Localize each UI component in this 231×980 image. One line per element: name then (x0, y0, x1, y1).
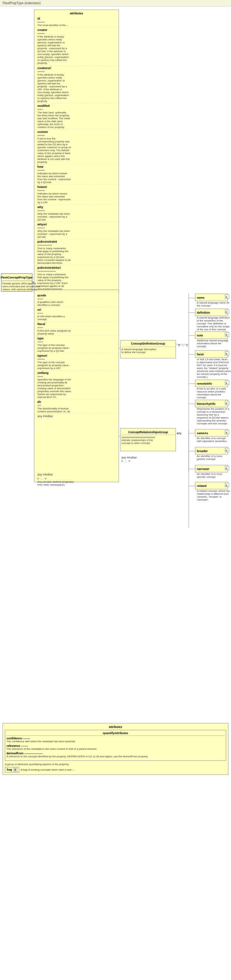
attr-qcode-name: qcode (37, 294, 46, 297)
right-remoteinfo-desc3: information about the (197, 393, 222, 396)
quantify-relevance-name: relevance (6, 744, 20, 748)
right-facet-desc3: NOT be used. If it must be (197, 364, 228, 367)
page-title: FlextPropType (extension) (0, 0, 231, 6)
bottom-attributes-box: attributes quantifyAttributes confidence… (3, 723, 228, 775)
attr-pubconstraint-desc6: descendant elements. (37, 261, 63, 264)
quantify-confidence-dots: •••••••• (23, 737, 30, 740)
attr-pubconstraint-desc3: value of the property - (37, 253, 63, 256)
attr-xmllang-desc3: descendant properties; (37, 384, 64, 387)
attributes-title: attributes (70, 12, 83, 15)
attr-whyuri-name: whyuri (37, 223, 47, 226)
concept-rel-group-desc2: indicate relationships of the (121, 439, 153, 442)
right-related-icon: E (226, 484, 228, 487)
attr-literal-desc1: A free-text value assigned as (37, 329, 71, 332)
bag-icon: E (14, 768, 17, 772)
right-related-desc1: A related concept, where the (197, 490, 230, 492)
right-related-desc2: relationship is different from (197, 492, 229, 495)
attr-modified-desc5: optionally, the time) of (37, 123, 63, 126)
bottom-anyother-desc3: ∞ (44, 477, 46, 480)
attr-creatoruri-desc2: specifies which entity (37, 76, 62, 79)
right-hierarchyinfo-desc2: concept in a hierarchical (197, 410, 225, 413)
attr-dir-desc2: content (enumeration: ltr, rtl) (37, 410, 70, 413)
right-remoteinfo-desc1: A link to an item or a web (197, 387, 226, 390)
right-definition-icon: E (226, 311, 228, 313)
attr-howuri-desc3: from the content - expressed (37, 198, 71, 201)
rel-group-anyother-desc2: ... (124, 460, 127, 463)
right-sameas-desc1: An identifier of a concept (197, 437, 226, 440)
right-facet-desc7: concept.) (197, 375, 207, 379)
attr-typeuri-desc1: The type of the concept (37, 361, 65, 364)
attr-creator-desc6: QCode. If the attribute is (37, 50, 66, 53)
bag-label: bag (7, 768, 12, 771)
attr-qcode-desc: A qualified code which (37, 301, 63, 304)
attr-pubconstrainturi-desc2: that apply to publishing the (37, 276, 69, 279)
attr-creator-desc8: entity (person, organisation (37, 56, 69, 59)
right-hierarchyinfo-desc5: representing the ancestor (197, 419, 226, 422)
right-hierarchyinfo-label: hierarchyInfo (197, 402, 216, 406)
quantify-title: quantifyAttributes (6, 732, 225, 736)
bottom-attributes-title: attributes (5, 725, 226, 729)
right-note-desc1: Additional natural language (197, 339, 229, 342)
quantify-confidence-name: confidence (6, 737, 22, 740)
attr-why-name: why (37, 205, 43, 209)
bottom-anyother-desc2: ... (40, 477, 43, 480)
attr-modified-desc3: was last modified. The initial (37, 117, 70, 120)
attr-custom-desc9: property. (37, 161, 47, 164)
rel-group-anyother-desc3: ∞ (128, 460, 130, 463)
attr-modified-desc2: the time) when the property (37, 114, 69, 117)
right-related-desc4: 'narrower'. (197, 498, 209, 501)
right-narrower-desc2: specific concept. (197, 476, 216, 479)
right-note-icon: E (226, 334, 228, 336)
attr-pubconstrainturi-desc3: value of the property - (37, 279, 63, 282)
attr-how-desc3: from the content - expressed (37, 178, 71, 181)
attr-pubconstraint-desc4: expressed by a QCode. (37, 256, 65, 259)
bottom-anyother-from-ns: Any provider-defined properties (37, 480, 74, 483)
attr-type-desc2: assigned as property value - (37, 347, 70, 350)
attr-creator-name: creator (37, 28, 47, 32)
attr-howuri-desc1: Indicates by which means (37, 192, 67, 195)
attr-how-desc2: the value was extracted (37, 175, 65, 178)
attr-uri-desc2: concept. (37, 318, 47, 321)
title-text: FlextPropType (extension) (3, 1, 41, 5)
attr-custom-desc7: which applies when this (37, 155, 65, 158)
attr-why-desc1: Why the metadata has been (37, 212, 70, 215)
attr-xmllang-desc5: properties override this value. (37, 390, 71, 393)
concept-def-group-title: ConceptDefinitionGroup (131, 342, 165, 345)
attr-whyuri-desc3: QCode (37, 235, 46, 239)
quantify-relevance-item: relevance •••••••• The relevance of the … (6, 744, 225, 750)
attr-whyuri-desc2: included - expressed by a (37, 232, 67, 235)
attr-typeuri-desc2: assigned as property value - (37, 364, 70, 367)
attr-xmllang-desc1: Specifies the language of the (37, 378, 71, 381)
bottom-anyother-label1: any ##other (37, 473, 53, 476)
right-sameas-label: sameAs (197, 431, 208, 435)
attr-dir-dots: •••• (37, 404, 41, 407)
flext-concept-prop-type-desc1: Flexible generic (RG) type for (2, 282, 36, 285)
attr-howuri-dots: •••••••• (37, 189, 45, 192)
attr-howuri-desc4: by a URI (37, 201, 47, 204)
quantify-derivedfrom-item: derivedfrom •••••••••••••••••••• A refer… (6, 752, 225, 758)
quantify-relevance-desc: The relevance of the metadata to the new… (6, 748, 225, 750)
concept-def-group-desc2: to define the concept (121, 351, 146, 354)
right-definition-desc4: normative only for the scope (197, 325, 230, 328)
attr-custom-desc1: If set to true the (37, 137, 55, 140)
attr-why-desc2: included - expressed by a (37, 215, 67, 218)
attr-pubconstrainturi-dots: •••••••••••••••••••• (37, 270, 55, 273)
concept-rel-group-mult: any (177, 431, 182, 435)
attr-creator-desc3: (person, organisation or (37, 41, 65, 44)
rel-group-anyother-desc1: 0 (121, 460, 123, 463)
attr-creatoruri-desc1: If the attribute is empty, (37, 73, 65, 76)
attr-modified-desc6: creation of the property. (37, 126, 65, 129)
attr-modified-desc1: The date (and, optionally, (37, 111, 67, 114)
right-related-label: related (197, 484, 207, 488)
attr-pubconstrainturi-desc4: expressed by a URI. Each (37, 282, 68, 285)
right-name-desc2: the concept. (197, 304, 211, 307)
attr-qcode-desc2: identifies a concept. (37, 304, 60, 307)
bag-desc: A bag of existing concepts which start a… (21, 768, 74, 771)
right-name-desc: A natural language name for (197, 301, 230, 304)
flext-concept-prop-type-title: FlextConceptPropType (1, 276, 33, 279)
attr-type-dots: •••••• (37, 340, 43, 343)
attr-pubconstraint-desc1: One or many constraints (37, 247, 66, 250)
attr-custom-desc4: specific customer or group of (37, 146, 71, 149)
right-definition-label: definition (197, 311, 210, 314)
right-broader-desc2: generic concept. (197, 458, 216, 461)
